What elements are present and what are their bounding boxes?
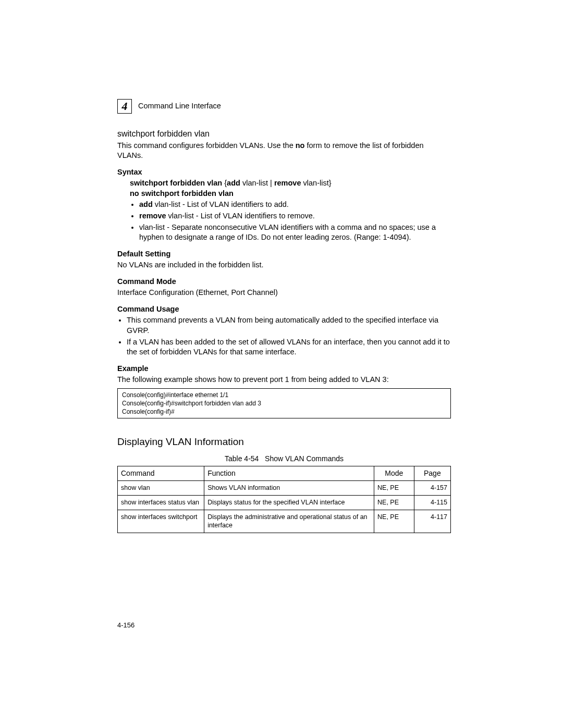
- col-mode: Mode: [374, 466, 414, 480]
- vlan-commands-table: Command Function Mode Page show vlan Sho…: [117, 466, 451, 533]
- text: vlan-list}: [301, 179, 332, 187]
- text-bold: add: [139, 200, 153, 208]
- section-title: Displaying VLAN Information: [117, 435, 451, 449]
- text-bold: remove: [274, 179, 301, 187]
- text: vlan-list - List of VLAN identifiers to …: [166, 212, 315, 220]
- cell-command: show interfaces status vlan: [118, 495, 204, 510]
- text: vlan-list - Separate nonconsecutive VLAN…: [139, 223, 436, 242]
- example-heading: Example: [117, 364, 451, 374]
- text-bold: add: [227, 179, 240, 187]
- cell-function: Displays the administrative and operatio…: [204, 510, 374, 533]
- command-description: This command configures forbidden VLANs.…: [117, 141, 451, 161]
- table-row: show interfaces switchport Displays the …: [118, 510, 451, 533]
- command-title: switchport forbidden vlan: [117, 128, 451, 140]
- text-bold: no switchport forbidden vlan: [130, 189, 234, 198]
- col-page: Page: [414, 466, 450, 480]
- table-row: show vlan Shows VLAN information NE, PE …: [118, 480, 451, 495]
- cell-mode: NE, PE: [374, 495, 414, 510]
- cell-page: 4-157: [414, 480, 450, 495]
- text: This command configures forbidden VLANs.…: [117, 141, 296, 150]
- syntax-list: add vlan-list - List of VLAN identifiers…: [130, 200, 451, 242]
- text: Table 4-54: [225, 454, 259, 463]
- table-header-row: Command Function Mode Page: [118, 466, 451, 480]
- default-setting-text: No VLANs are included in the forbidden l…: [117, 260, 451, 270]
- text-bold: no: [296, 141, 305, 150]
- usage-list: This command prevents a VLAN from being …: [117, 315, 451, 357]
- syntax-heading: Syntax: [117, 167, 451, 178]
- default-setting-heading: Default Setting: [117, 249, 451, 260]
- col-function: Function: [204, 466, 374, 480]
- text: {: [222, 179, 227, 187]
- list-item: This command prevents a VLAN from being …: [127, 315, 451, 336]
- syntax-line: switchport forbidden vlan {add vlan-list…: [130, 178, 451, 199]
- example-code: Console(config)#interface ethernet 1/1 C…: [117, 388, 451, 419]
- running-title: Command Line Interface: [138, 101, 221, 112]
- text: vlan-list |: [240, 179, 274, 187]
- list-item: vlan-list - Separate nonconsecutive VLAN…: [139, 223, 451, 243]
- cell-command: show interfaces switchport: [118, 510, 204, 533]
- text: vlan-list - List of VLAN identifiers to …: [153, 200, 289, 208]
- list-item: add vlan-list - List of VLAN identifiers…: [139, 200, 451, 210]
- chapter-number-box: 4: [117, 99, 132, 114]
- example-intro: The following example shows how to preve…: [117, 375, 451, 385]
- cell-mode: NE, PE: [374, 480, 414, 495]
- table-row: show interfaces status vlan Displays sta…: [118, 495, 451, 510]
- cell-mode: NE, PE: [374, 510, 414, 533]
- col-command: Command: [118, 466, 204, 480]
- text-bold: switchport forbidden vlan: [130, 179, 222, 187]
- command-mode-heading: Command Mode: [117, 277, 451, 287]
- running-header: 4 Command Line Interface: [117, 99, 451, 114]
- cell-function: Shows VLAN information: [204, 480, 374, 495]
- chapter-number: 4: [122, 101, 128, 112]
- text: Show VLAN Commands: [265, 454, 344, 463]
- list-item: remove vlan-list - List of VLAN identifi…: [139, 211, 451, 221]
- table-caption: Table 4-54 Show VLAN Commands: [117, 454, 451, 464]
- cell-command: show vlan: [118, 480, 204, 495]
- cell-function: Displays status for the specified VLAN i…: [204, 495, 374, 510]
- list-item: If a VLAN has been added to the set of a…: [127, 337, 451, 357]
- command-mode-text: Interface Configuration (Ethernet, Port …: [117, 288, 451, 298]
- page-number: 4-156: [117, 621, 134, 629]
- cell-page: 4-117: [414, 510, 450, 533]
- text-bold: remove: [139, 212, 166, 220]
- cell-page: 4-115: [414, 495, 450, 510]
- command-usage-heading: Command Usage: [117, 304, 451, 315]
